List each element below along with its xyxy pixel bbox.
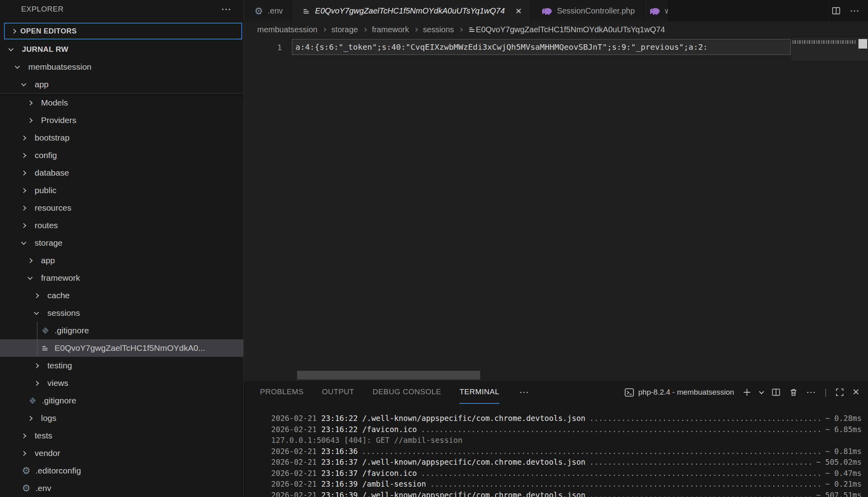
panel-tab-debug-console[interactable]: DEBUG CONSOLE	[373, 381, 441, 404]
tree-item-app[interactable]: app	[0, 76, 243, 93]
tree-item-label: .gitignore	[42, 396, 76, 405]
split-editor-button[interactable]	[831, 6, 841, 16]
tab-label: SessionController.php	[557, 6, 635, 16]
tree-item-models[interactable]: Models	[0, 94, 243, 112]
breadcrumb-label: framework	[372, 25, 409, 34]
tree-item-routes[interactable]: routes	[0, 217, 243, 234]
kill-terminal-button[interactable]	[789, 387, 798, 397]
tab-label: .env	[268, 6, 283, 16]
tree-item-e0qvoy7gwgzaeltchc1f5nmoydka0-[interactable]: E0QvoY7gwgZaelTcHC1f5NmOYdkA0...	[0, 339, 243, 357]
tree-item-label: vendor	[35, 448, 60, 458]
tree-item-sessions[interactable]: sessions	[0, 304, 243, 322]
tab--env[interactable]: ⚙.env	[244, 0, 292, 22]
tree-item-tests[interactable]: tests	[0, 427, 243, 444]
terminal-output[interactable]: 2026-02-21 23:16:22 /.well-known/appspec…	[244, 404, 868, 497]
chevron-down-icon	[35, 312, 47, 314]
tab-w[interactable]: w	[644, 0, 669, 22]
tab-e0qvoy7gwgzaeltchc1f5nmoydka0uutsyq1wq74[interactable]: E0QvoY7gwgZaelTcHC1f5NmOYdkA0uUTsYq1wQ74…	[292, 0, 531, 22]
tree-item-label: public	[35, 186, 57, 195]
tree-indent-guide	[37, 322, 37, 357]
panel-tab-terminal[interactable]: TERMINAL	[459, 381, 499, 404]
selected-code-line[interactable]: a:4:{s:6:"_token";s:40:"CvqEIXzwbMWzEdi3…	[292, 39, 791, 55]
breadcrumb-label: E0QvoY7gwgZaelTcHC1f5NmOYdkA0uUTsYq1wQ74	[476, 25, 665, 34]
panel-tab-output[interactable]: OUTPUT	[322, 381, 354, 404]
tree-item-membuatsession[interactable]: membuatsession	[0, 58, 243, 76]
tab-sessioncontroller-php[interactable]: SessionController.php	[531, 0, 644, 22]
minimap-code-line	[792, 40, 856, 44]
overview-ruler-mark	[858, 39, 867, 49]
tree-item-label: .editorconfig	[35, 466, 81, 475]
chevron-right-icon	[28, 101, 41, 105]
tree-item-providers[interactable]: Providers	[0, 112, 243, 129]
chevron-right-icon	[22, 224, 35, 227]
tree-item-database[interactable]: database	[0, 164, 243, 182]
tree-item--env[interactable]: ⚙.env	[0, 479, 243, 497]
breadcrumb-label: membuatsession	[257, 25, 317, 34]
file-lines-icon	[302, 7, 310, 15]
tree-item-bootstrap[interactable]: bootstrap	[0, 129, 243, 147]
breadcrumb-item[interactable]: sessions	[423, 25, 454, 34]
open-editors-label: OPEN EDITORS	[20, 27, 77, 35]
split-terminal-button[interactable]	[771, 387, 781, 397]
close-panel-button[interactable]: ✕	[852, 387, 860, 397]
tree-item-jurnal-rw[interactable]: JURNAL RW	[0, 41, 243, 58]
panel-tab-problems[interactable]: PROBLEMS	[260, 381, 304, 404]
breadcrumb-item[interactable]: E0QvoY7gwgZaelTcHC1f5NmOYdkA0uUTsYq1wQ74	[468, 25, 665, 34]
chevron-down-icon	[22, 242, 35, 244]
editor-pane[interactable]: 1 a:4:{s:6:"_token";s:40:"CvqEIXzwbMWzEd…	[244, 37, 868, 380]
breadcrumb: membuatsessionstorageframeworksessionsE0…	[244, 22, 868, 37]
tree-item-vendor[interactable]: vendor	[0, 444, 243, 462]
terminal-line: 2026-02-21 23:16:37 /.well-known/appspec…	[244, 457, 868, 468]
tree-item-framework[interactable]: framework	[0, 269, 243, 287]
terminal-dropdown-icon[interactable]	[760, 391, 763, 393]
chevron-right-icon	[28, 259, 41, 262]
tree-item-label: storage	[35, 238, 63, 248]
chevron-right-icon	[28, 119, 41, 122]
tree-item-cache[interactable]: cache	[0, 287, 243, 304]
tree-item-storage[interactable]: storage	[0, 234, 243, 252]
open-editors-section[interactable]: OPEN EDITORS	[4, 23, 242, 39]
tree-item-app[interactable]: app	[0, 252, 243, 269]
tree-item--gitignore[interactable]: .gitignore	[0, 392, 243, 409]
breadcrumb-separator-icon	[414, 27, 418, 31]
explorer-more-actions-icon[interactable]: ⋯	[221, 0, 232, 18]
tree-item-public[interactable]: public	[0, 182, 243, 199]
breadcrumb-separator-icon	[323, 27, 326, 31]
php-icon	[649, 7, 660, 15]
code-text: a:4:{s:6:"_token";s:40:"CvqEIXzwbMWzEdi3…	[292, 42, 708, 52]
terminal-raw-text: 127.0.0.1:50643 [404]: GET //ambil-sessi…	[271, 435, 462, 446]
file-lines-icon	[41, 344, 55, 352]
tree-item-label: views	[47, 378, 68, 388]
terminal-line: 2026-02-21 23:16:36.....................…	[244, 446, 868, 457]
horizontal-scrollbar[interactable]	[297, 371, 480, 380]
breadcrumb-item[interactable]: membuatsession	[257, 25, 317, 34]
tree-item-views[interactable]: views	[0, 374, 243, 392]
tree-item-logs[interactable]: logs	[0, 409, 243, 427]
tree-item-label: app	[35, 80, 49, 89]
tree-item--gitignore[interactable]: .gitignore	[0, 322, 243, 339]
tree-item-testing[interactable]: testing	[0, 357, 243, 374]
tree-item-config[interactable]: config	[0, 147, 243, 164]
tree-item-label: Models	[41, 98, 68, 108]
chevron-down-icon	[9, 49, 22, 51]
breadcrumb-item[interactable]: storage	[331, 25, 358, 34]
tree-item-label: framework	[41, 273, 80, 283]
terminal-session-select[interactable]: php-8.2.4 - membuatsession	[624, 387, 734, 397]
tree-item-resources[interactable]: resources	[0, 199, 243, 217]
minimap[interactable]	[792, 37, 868, 380]
tree-item-label: .env	[35, 483, 51, 493]
terminal-line: 127.0.0.1:50643 [404]: GET //ambil-sessi…	[244, 435, 868, 446]
panel-more-actions-icon[interactable]: ⋯	[519, 387, 530, 398]
new-terminal-button[interactable]	[742, 387, 752, 397]
panel-overflow-icon[interactable]: ⋯	[806, 387, 817, 398]
chevron-right-icon	[22, 206, 35, 210]
maximize-panel-button[interactable]	[835, 387, 845, 397]
tree-item--editorconfig[interactable]: ⚙.editorconfig	[0, 462, 243, 479]
chevron-down-icon	[22, 84, 35, 86]
chevron-right-icon	[22, 189, 35, 192]
editor-more-actions-icon[interactable]: ⋯	[850, 5, 860, 16]
close-icon[interactable]: ✕	[515, 6, 522, 16]
explorer-sidebar: EXPLORER ⋯ OPEN EDITORS JURNAL RWmembuat…	[0, 0, 244, 497]
bottom-panel: PROBLEMSOUTPUTDEBUG CONSOLETERMINAL ⋯ ph…	[244, 380, 868, 497]
breadcrumb-item[interactable]: framework	[372, 25, 409, 34]
